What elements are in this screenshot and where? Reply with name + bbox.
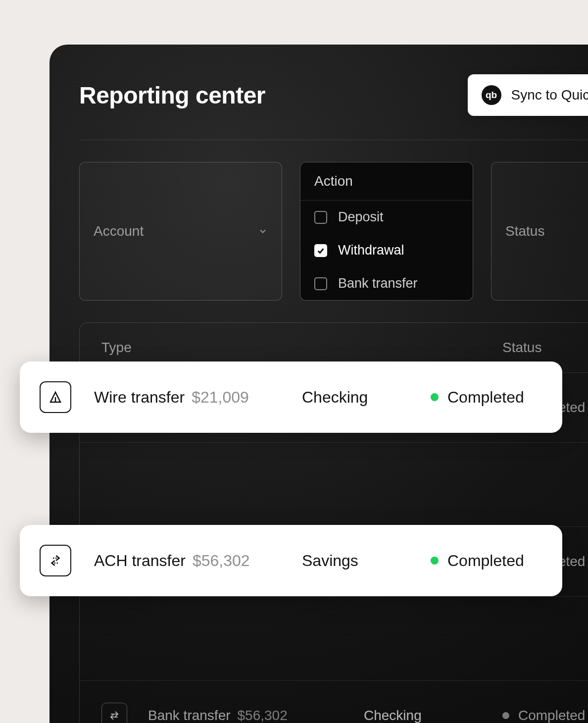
row-status: Completed	[447, 552, 524, 570]
divider	[79, 140, 588, 140]
transfer-icon	[101, 703, 127, 723]
header-row: Reporting center qb Sync to Quickbooks	[79, 74, 588, 116]
action-option-label: Deposit	[338, 209, 384, 225]
highlighted-row-ach-transfer[interactable]: ACH transfer $56,302 Savings Completed	[20, 525, 562, 596]
highlighted-row-wire-transfer[interactable]: Wire transfer $21,009 Checking Completed	[20, 362, 562, 433]
sync-quickbooks-button[interactable]: qb Sync to Quickbooks	[468, 74, 588, 116]
sync-label: Sync to Quickbooks	[511, 87, 588, 103]
row-account: Checking	[302, 388, 431, 407]
filter-status-label: Status	[505, 223, 544, 239]
row-account: Checking	[364, 708, 502, 723]
row-account: Savings	[302, 552, 431, 570]
ach-transfer-icon	[40, 545, 71, 576]
action-option-bank-transfer[interactable]: Bank transfer	[300, 267, 473, 300]
status-dot-icon	[431, 393, 439, 401]
action-option-deposit[interactable]: Deposit	[300, 201, 473, 234]
action-option-withdrawal[interactable]: Withdrawal	[300, 234, 473, 267]
filter-action-dropdown[interactable]: Action Deposit Withdrawal Bank transfer	[300, 162, 473, 301]
action-option-label: Withdrawal	[338, 243, 404, 258]
filter-status[interactable]: Status	[491, 162, 588, 301]
row-status: Completed	[447, 388, 524, 407]
checkbox-unchecked-icon	[314, 277, 327, 290]
row-amount: $56,302	[193, 552, 250, 570]
filter-account[interactable]: Account	[79, 162, 282, 301]
row-amount: $21,009	[192, 388, 249, 407]
table-row[interactable]: Bank transfer $56,302 Checking Completed	[80, 681, 588, 723]
wire-transfer-icon	[40, 381, 71, 413]
filter-account-label: Account	[94, 223, 144, 239]
status-dot-icon	[431, 557, 439, 565]
action-option-label: Bank transfer	[338, 276, 418, 291]
chevron-down-icon	[258, 226, 268, 236]
filter-action-label: Action	[300, 162, 473, 201]
table-row[interactable]	[80, 443, 588, 527]
column-status: Status	[502, 340, 588, 356]
row-amount: $56,302	[238, 708, 288, 723]
column-type: Type	[101, 340, 364, 356]
table-row[interactable]	[80, 597, 588, 681]
row-label: Wire transfer	[94, 388, 185, 407]
checkbox-checked-icon	[314, 244, 327, 257]
status-dot-icon	[502, 712, 509, 719]
row-status: Completed	[518, 708, 585, 723]
reporting-panel: Reporting center qb Sync to Quickbooks A…	[49, 45, 588, 723]
quickbooks-icon: qb	[482, 85, 501, 105]
row-label: Bank transfer	[148, 708, 231, 723]
column-account-hidden	[364, 340, 502, 356]
filter-bar: Account Action Deposit Withdrawal	[79, 162, 588, 301]
page-title: Reporting center	[79, 82, 265, 109]
row-label: ACH transfer	[94, 552, 186, 570]
checkbox-unchecked-icon	[314, 211, 327, 224]
